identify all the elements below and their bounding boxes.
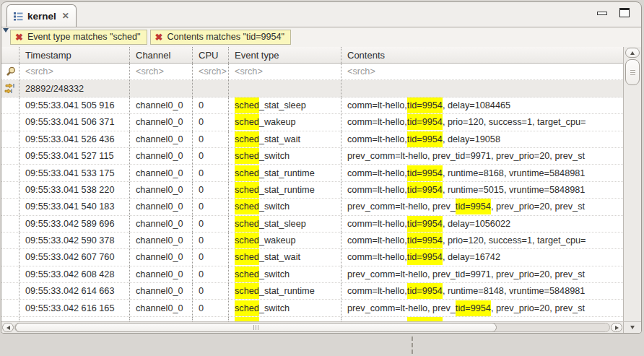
tab-title: kernel <box>27 11 56 22</box>
empty-cell <box>341 80 623 96</box>
text-segment: , prio=120, success=1, target_cpu= <box>443 235 586 246</box>
close-icon[interactable]: ✕ <box>62 11 69 21</box>
table-row[interactable]: 09:55:33.042 590 378channel0_00sched_wak… <box>1 233 623 249</box>
match-highlight: sched <box>235 199 259 214</box>
remove-filter-icon[interactable]: ✖ <box>155 32 163 42</box>
column-header-contents[interactable]: Contents <box>341 47 623 63</box>
header-gutter <box>1 47 19 63</box>
view-menu-arrow-icon[interactable] <box>3 28 9 32</box>
match-highlight: sched <box>235 233 259 248</box>
table-row[interactable]: 09:55:33.041 505 916channel0_00sched_sta… <box>1 97 623 114</box>
text-segment: _wakeup <box>259 117 296 127</box>
text-segment: comm=lt-hello, <box>347 134 407 144</box>
text-segment: comm=lt-hello, <box>347 185 407 195</box>
column-header-cpu[interactable]: CPU <box>192 47 228 63</box>
horizontal-scrollbar-track[interactable] <box>14 323 610 332</box>
scroll-left-button[interactable] <box>2 323 14 332</box>
horizontal-scrollbar[interactable] <box>1 322 623 333</box>
row-gutter <box>1 131 19 147</box>
channel-cell: channel0_0 <box>129 97 192 113</box>
text-segment: comm=lt-hello, <box>347 168 407 178</box>
vertical-scrollbar[interactable] <box>623 47 641 321</box>
minimize-button[interactable] <box>597 8 607 15</box>
match-highlight: tid=9954 <box>407 131 443 147</box>
table-row[interactable]: 09:55:33.042 608 428channel0_00sched_swi… <box>1 266 623 283</box>
search-input-channel[interactable]: <srch> <box>129 64 192 79</box>
events-table-icon <box>13 11 23 21</box>
match-highlight: sched <box>235 283 259 299</box>
horizontal-scrollbar-thumb[interactable] <box>15 323 497 332</box>
arrow-right-icon <box>615 326 619 330</box>
channel-cell: channel0_0 <box>129 216 192 232</box>
column-header-timestamp[interactable]: Timestamp <box>19 47 129 63</box>
cpu-cell: 0 <box>192 249 228 265</box>
table-row[interactable]: 09:55:33.042 607 760channel0_00sched_sta… <box>1 249 623 266</box>
cpu-cell: 0 <box>192 300 228 316</box>
events-table-main: Timestamp Channel CPU Event type Content… <box>1 47 623 321</box>
cpu-cell: 0 <box>192 165 228 181</box>
search-input-timestamp[interactable]: <srch> <box>19 64 129 79</box>
filter-chip-event-type[interactable]: ✖ Event type matches "sched" <box>10 30 147 45</box>
empty-cell <box>228 80 341 96</box>
table-row[interactable]: 09:55:33.041 538 220channel0_00sched_sta… <box>1 182 623 199</box>
search-input-event-type[interactable]: <srch> <box>228 64 341 79</box>
text-segment: , delay=1056022 <box>443 219 510 229</box>
splitter-handle[interactable] <box>412 337 413 354</box>
scroll-right-button[interactable] <box>611 323 622 332</box>
text-segment: _stat_sleep <box>259 219 306 229</box>
table-row[interactable]: 09:55:33.041 540 183channel0_00sched_swi… <box>1 199 623 215</box>
column-header-channel[interactable]: Channel <box>129 47 192 63</box>
text-segment: prev_comm=lt-hello, prev_ <box>347 303 456 313</box>
remove-filter-icon[interactable]: ✖ <box>15 32 23 42</box>
text-segment: prev_comm=lt-hello, prev_ <box>347 201 456 212</box>
match-highlight: tid=9954 <box>407 182 443 198</box>
contents-cell: comm=lt-hello, tid=9954, delay=19058 <box>341 131 623 147</box>
row-gutter <box>1 300 19 316</box>
kernel-events-view: kernel ✕ ✖ Event type matches "sched" ✖ … <box>1 1 642 334</box>
maximize-button[interactable] <box>619 8 630 17</box>
search-input-contents[interactable]: <srch> <box>341 64 623 79</box>
tab-kernel[interactable]: kernel ✕ <box>6 4 77 27</box>
scroll-up-button[interactable] <box>625 48 640 58</box>
row-gutter <box>1 266 19 282</box>
row-gutter <box>1 283 19 299</box>
timestamp-cell: 09:55:33.042 608 428 <box>19 266 129 282</box>
text-segment: _switch <box>259 201 290 212</box>
column-header-event-type[interactable]: Event type <box>228 47 341 63</box>
scroll-down-button[interactable] <box>623 322 641 333</box>
timestamp-cell: 09:55:33.042 589 696 <box>19 216 129 232</box>
channel-cell: channel0_0 <box>129 249 192 265</box>
table-row[interactable]: 09:55:33.041 526 436channel0_00sched_sta… <box>1 131 623 148</box>
cpu-cell: 0 <box>192 131 228 147</box>
row-counter: 28892/248332 <box>19 80 129 96</box>
table-row[interactable]: 09:55:33.041 533 175channel0_00sched_sta… <box>1 165 623 181</box>
event-type-cell: sched_wakeup <box>228 114 341 130</box>
table-row[interactable]: 09:55:33.042 614 663channel0_00sched_sta… <box>1 283 623 300</box>
timestamp-cell: 09:55:33.041 506 371 <box>19 114 129 130</box>
timestamp-cell: 09:55:33.041 505 916 <box>19 97 129 113</box>
channel-cell: channel0_0 <box>129 233 192 248</box>
match-highlight: tid=9954 <box>407 114 443 130</box>
text-segment: _stat_sleep <box>259 100 306 110</box>
view-body: ✖ Event type matches "sched" ✖ Contents … <box>1 27 641 333</box>
row-counter-row: 28892/248332 <box>1 80 623 97</box>
channel-cell: channel0_0 <box>129 131 192 147</box>
event-type-cell: sched_switch <box>228 199 341 214</box>
text-segment: _switch <box>259 269 290 279</box>
table-row[interactable]: 09:55:33.041 527 115channel0_00sched_swi… <box>1 148 623 165</box>
table-row[interactable]: 09:55:33.041 506 371channel0_00sched_wak… <box>1 114 623 131</box>
filter-chip-contents[interactable]: ✖ Contents matches "tid=9954" <box>150 30 292 45</box>
event-type-cell: sched_stat_wait <box>228 131 341 147</box>
text-segment: _switch <box>259 151 290 161</box>
text-segment: comm=lt-hello, <box>347 252 407 262</box>
channel-cell: channel0_0 <box>129 283 192 299</box>
channel-cell: channel0_0 <box>129 114 192 130</box>
text-segment: comm=lt-hello, <box>347 100 407 110</box>
row-gutter <box>1 216 19 232</box>
vertical-scrollbar-thumb[interactable] <box>625 59 640 85</box>
event-type-cell: sched_stat_runtime <box>228 182 341 198</box>
match-highlight: sched <box>235 148 259 164</box>
table-row[interactable]: 09:55:33.042 589 696channel0_00sched_sta… <box>1 216 623 233</box>
table-row[interactable]: 09:55:33.042 616 165channel0_00sched_swi… <box>1 300 623 316</box>
search-input-cpu[interactable]: <srch> <box>192 64 228 79</box>
